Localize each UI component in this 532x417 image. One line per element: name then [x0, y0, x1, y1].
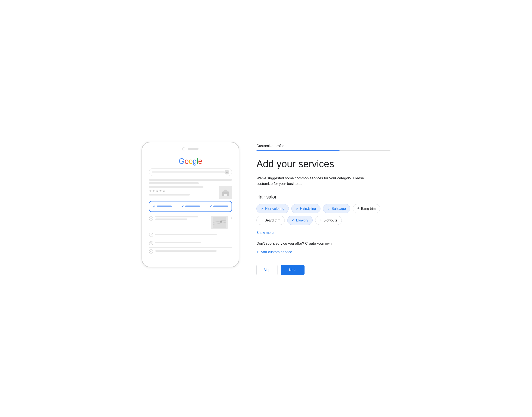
check-item-1: ✓ — [153, 204, 172, 208]
section-title: Hair salon — [256, 194, 390, 200]
chevron-right-icon: › — [231, 216, 232, 229]
skeleton-line — [149, 182, 199, 184]
phone-card-info: ★ ★ ★ ★ ★ — [149, 186, 217, 199]
chips-area: ✓ Hair coloring ✓ Hairstyling ✓ Balayage… — [256, 204, 390, 225]
phone-top-bar — [146, 147, 235, 150]
description-text: We've suggested some common services for… — [256, 176, 380, 187]
google-logo: Google — [149, 157, 232, 166]
phone-card-row: ★ ★ ★ ★ ★ — [149, 186, 232, 199]
chip-check-icon: ✓ — [292, 219, 294, 222]
phone-icon: ☏ — [149, 241, 153, 245]
check-line — [185, 206, 200, 207]
skeleton-line — [149, 179, 232, 181]
check-line — [157, 206, 172, 207]
right-panel: Customize profile Add your services We'v… — [256, 142, 390, 275]
star-icon: ★ — [149, 189, 152, 193]
chip-label: Balayage — [332, 207, 346, 211]
chip-plus-icon: + — [320, 218, 322, 223]
show-more-link[interactable]: Show more — [256, 231, 274, 235]
skeleton-mini-line — [155, 234, 217, 235]
chip-label: Blowouts — [323, 219, 337, 222]
chip-check-icon: ✓ — [327, 207, 330, 211]
chip-beard-trim[interactable]: + Beard trim — [256, 216, 285, 225]
skeleton-line — [149, 186, 203, 188]
phone-search-bar: ⌕ — [149, 168, 232, 176]
divider — [149, 239, 232, 239]
phone-map-info: ◎ — [149, 216, 209, 229]
check-icon: ✓ — [153, 204, 156, 208]
chip-balayage[interactable]: ✓ Balayage — [323, 204, 351, 213]
page-container: Google ⌕ ★ — [133, 129, 399, 288]
skeleton-mini-line — [155, 250, 217, 252]
page-title: Add your services — [256, 158, 390, 170]
phone-camera — [182, 147, 185, 150]
phone-store-icon — [219, 186, 232, 199]
phone-web-row: ⊙ — [149, 249, 232, 254]
progress-bar-fill — [256, 150, 340, 151]
svg-marker-1 — [222, 189, 229, 192]
chip-plus-icon: + — [261, 218, 263, 223]
star-icon: ★ — [163, 189, 165, 193]
phone-phone-row: ☏ — [149, 241, 232, 245]
phone-bottom-lines — [155, 234, 232, 236]
skeleton-line — [149, 194, 190, 196]
check-line — [213, 206, 228, 207]
highlight-card: ✓ ✓ ✓ — [149, 201, 232, 212]
clock-icon: ○ — [149, 233, 153, 237]
phone-content: Google ⌕ ★ — [146, 154, 235, 258]
action-buttons: Skip Next — [256, 265, 390, 275]
progress-bar-container — [256, 150, 390, 151]
chip-label: Hair coloring — [265, 207, 284, 211]
chip-label: Beard trim — [265, 219, 281, 222]
chip-hairstyling[interactable]: ✓ Hairstyling — [291, 204, 321, 213]
globe-icon: ⊙ — [149, 249, 153, 254]
add-custom-label: Add custom service — [261, 250, 292, 254]
add-custom-service-button[interactable]: + Add custom service — [256, 250, 390, 254]
step-label: Customize profile — [256, 144, 390, 148]
skeleton-mini-line — [155, 242, 201, 243]
chip-label: Blowdry — [296, 219, 308, 222]
skip-button[interactable]: Skip — [256, 265, 278, 275]
chip-label: Bang trim — [361, 207, 376, 211]
chip-blowdry[interactable]: ✓ Blowdry — [287, 216, 313, 225]
chip-check-icon: ✓ — [261, 207, 264, 211]
svg-rect-2 — [224, 194, 227, 196]
chip-bang-trim[interactable]: + Bang trim — [353, 204, 380, 213]
star-icon: ★ — [152, 189, 155, 193]
add-custom-plus-icon: + — [256, 250, 259, 254]
phone-bottom-lines — [155, 242, 232, 244]
skeleton-mini-line — [155, 219, 187, 220]
chip-label: Hairstyling — [300, 207, 316, 211]
chip-plus-icon: + — [357, 206, 360, 211]
no-service-text: Don't see a service you offer? Create yo… — [256, 241, 390, 246]
phone-bottom-lines — [155, 250, 232, 253]
skeleton-mini-line — [155, 216, 198, 218]
phone-mockup: Google ⌕ ★ — [142, 142, 240, 267]
phone-map-thumb — [211, 216, 228, 229]
check-item-2: ✓ — [181, 204, 200, 208]
stars-row: ★ ★ ★ ★ ★ — [149, 189, 217, 193]
phone-bottom-lines — [155, 216, 209, 221]
phone-frame: Google ⌕ ★ — [142, 142, 240, 267]
search-bar-placeholder — [152, 171, 225, 173]
phone-speaker — [188, 148, 198, 150]
chip-hair-coloring[interactable]: ✓ Hair coloring — [256, 204, 289, 213]
phone-bottom-line-row: ◎ — [149, 216, 209, 221]
check-item-3: ✓ — [209, 204, 228, 208]
star-icon: ★ — [159, 189, 162, 193]
divider — [149, 247, 232, 248]
chip-blowouts[interactable]: + Blowouts — [315, 216, 342, 225]
check-icon: ✓ — [209, 204, 212, 208]
divider — [149, 214, 232, 214]
star-icon: ★ — [156, 189, 158, 193]
next-button[interactable]: Next — [281, 265, 304, 275]
search-icon: ⌕ — [225, 170, 229, 175]
phone-map-row: ◎ — [149, 216, 232, 229]
phone-clock-row: ○ — [149, 233, 232, 237]
check-icon: ✓ — [181, 204, 184, 208]
skeleton-lines-top — [149, 179, 232, 184]
location-icon: ◎ — [149, 216, 153, 221]
chip-check-icon: ✓ — [296, 207, 299, 211]
